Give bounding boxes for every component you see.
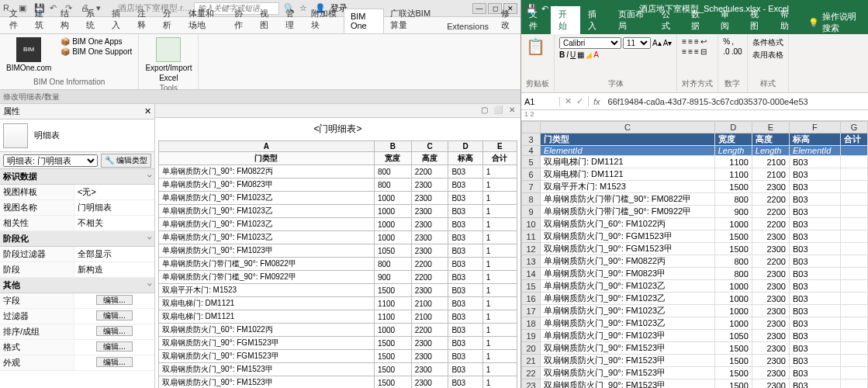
merge-icon[interactable]: ⊟ (700, 47, 707, 56)
ribbon-tab-8[interactable]: 协作 (228, 5, 254, 33)
expand-icon[interactable]: ⌵ (147, 233, 151, 244)
table-row[interactable]: 双扇钢质防火门_60°: FM1022丙10002200B031 (159, 324, 517, 337)
size-select[interactable]: 11 (623, 37, 651, 49)
property-row[interactable]: 相关性不相关 (0, 216, 154, 231)
table-row[interactable]: 单扇钢质防火门_90°: FM1023乙10002300B031 (159, 218, 517, 231)
edit-type-button[interactable]: 🔧 编辑类型 (101, 154, 151, 168)
paste-button[interactable]: 📋 (526, 37, 549, 56)
font-color-icon[interactable]: A (593, 50, 599, 59)
align-right-icon[interactable]: ≡ (694, 47, 699, 56)
excel-grid[interactable]: CDEFG3门类型宽度高度标高合计4ElementIdLengthLengthE… (521, 121, 868, 388)
table-row[interactable]: 8单扇钢质防火门带门槛_90°: FM0822甲8002200B03 (522, 193, 868, 206)
table-row[interactable]: 双扇平开木门: M152315002300B031 (159, 284, 517, 297)
table-format-button[interactable]: 表用表格 (752, 50, 783, 61)
font-select[interactable]: Calibri (559, 37, 621, 49)
table-row[interactable]: 21双扇钢质防火门_90°: FM1523甲15002300B03 (522, 355, 868, 367)
table-row[interactable]: 15单扇钢质防火门_90°: FM1023乙10002300B03 (522, 280, 868, 293)
property-row[interactable]: 阶段新构造 (0, 262, 154, 278)
cond-format-button[interactable]: 条件格式 (752, 37, 783, 48)
dec-dec-icon[interactable]: .00 (731, 47, 742, 56)
table-row[interactable]: 单扇钢质防火门_90°: FM1023甲10502300B031 (159, 244, 517, 258)
bimone-support-button[interactable]: 📦 BIM One Support (61, 47, 132, 56)
border-icon[interactable]: ▦ (577, 50, 584, 59)
percent-icon[interactable]: % (723, 37, 730, 46)
align-bot-icon[interactable]: ≡ (694, 37, 699, 46)
table-row[interactable]: 16单扇钢质防火门_90°: FM1023乙10002300B03 (522, 293, 868, 305)
col-header[interactable]: F (789, 122, 840, 133)
table-row[interactable]: 10双扇钢质防火门_60°: FM1022丙10002200B03 (522, 218, 868, 230)
table-row[interactable]: 双扇钢质防火门_90°: FM1523甲15002300B031 (159, 363, 517, 376)
bimone-apps-button[interactable]: 📦 BIM One Apps (61, 37, 132, 46)
outline-selector[interactable]: 1 2 (521, 110, 868, 121)
ribbon-tab-15[interactable]: 修改 (495, 5, 520, 33)
italic-button[interactable]: I (566, 50, 569, 59)
table-row[interactable]: 11双扇钢质防火门_90°: FGM1523甲15002300B03 (522, 230, 868, 243)
schedule-table[interactable]: ABCDE门类型宽度高度标高合计单扇钢质防火门_90°: FM0822丙8002… (158, 140, 517, 388)
table-row[interactable]: 单扇钢质防火门_90°: FM1023乙10002300B031 (159, 192, 517, 205)
table-row[interactable]: 单扇钢质防火门带门槛_90°: FM0822甲8002200B031 (159, 258, 517, 271)
table-row[interactable]: 6双扇电梯门: DM112111002100B03 (522, 168, 868, 181)
property-row[interactable]: 过滤器编辑... (0, 309, 154, 324)
ribbon-tab-1[interactable]: 建筑 (29, 5, 54, 33)
table-row[interactable]: 单扇钢质防火门_90°: FM0822丙8002200B031 (159, 165, 517, 178)
property-row[interactable]: 格式编辑... (0, 340, 154, 355)
formula-value[interactable]: 66f19484-ca0a-43d7-8915-3c67cd035370-000… (605, 97, 868, 106)
align-left-icon[interactable]: ≡ (682, 47, 686, 56)
edit-button[interactable]: 编辑... (96, 295, 132, 305)
maximize-icon[interactable]: ⬜ (493, 106, 503, 116)
col-header[interactable]: G (840, 122, 867, 133)
ribbon-tab-0[interactable]: 文件 (3, 5, 29, 33)
align-center-icon[interactable]: ≡ (688, 47, 693, 56)
excel-tab-8[interactable]: 帮助 (773, 6, 802, 34)
ribbon-tab-2[interactable]: 结构 (54, 5, 80, 33)
table-row[interactable]: 19单扇钢质防火门_90°: FM1023甲10502300B03 (522, 330, 868, 342)
excel-tab-1[interactable]: 开始 (551, 6, 580, 34)
expand-icon[interactable]: ⌵ (147, 171, 151, 182)
enter-icon[interactable]: ✓ (576, 96, 583, 106)
dec-font-icon[interactable]: A▾ (663, 39, 673, 47)
table-row[interactable]: 单扇钢质防火门_90°: FM1023乙10002300B031 (159, 231, 517, 244)
table-row[interactable]: 14单扇钢质防火门_90°: FM0823甲8002300B03 (522, 268, 868, 280)
tell-me[interactable]: 操作说明搜索 (822, 11, 862, 34)
table-row[interactable]: 单扇钢质防火门带门槛_90°: FM0922甲9002200B031 (159, 271, 517, 284)
table-row[interactable]: 18单扇钢质防火门_90°: FM1023乙10002300B03 (522, 317, 868, 330)
table-row[interactable]: 23双扇钢质防火门_90°: FM1523甲15002300B03 (522, 379, 868, 389)
table-row[interactable]: 单扇钢质防火门_90°: FM1023乙10002300B031 (159, 205, 517, 218)
edit-button[interactable]: 编辑... (96, 326, 132, 336)
table-row[interactable]: 7双扇平开木门: M152315002300B03 (522, 181, 868, 193)
wrap-icon[interactable]: ↩ (700, 37, 707, 46)
align-mid-icon[interactable]: ≡ (688, 37, 693, 46)
ribbon-tab-5[interactable]: 注释 (131, 5, 157, 33)
col-header[interactable]: D (714, 122, 752, 133)
fill-icon[interactable]: ◢ (586, 50, 592, 59)
align-top-icon[interactable]: ≡ (682, 37, 686, 46)
bold-button[interactable]: B (559, 50, 565, 59)
comma-icon[interactable]: , (731, 37, 734, 46)
table-row[interactable]: 5双扇电梯门: DM112111002100B03 (522, 156, 868, 168)
edit-button[interactable]: 编辑... (96, 310, 132, 320)
ribbon-tab-14[interactable]: Extensions (441, 19, 495, 33)
bimone-logo[interactable]: BIM (16, 37, 41, 62)
table-row[interactable]: 9单扇钢质防火门带门槛_90°: FM0922甲9002200B03 (522, 206, 868, 218)
ribbon-tab-7[interactable]: 体量和场地 (182, 5, 228, 33)
col-header[interactable]: C (541, 122, 715, 133)
close-view-icon[interactable]: ✕ (507, 106, 517, 116)
inc-font-icon[interactable]: A▴ (652, 39, 662, 47)
name-box[interactable]: A1 (521, 97, 560, 106)
table-row[interactable]: 单扇钢质防火门_90°: FM0823甲8002300B031 (159, 178, 517, 192)
table-row[interactable]: 双扇电梯门: DM112111002100B031 (159, 297, 517, 310)
excel-tab-6[interactable]: 审阅 (713, 6, 742, 34)
expand-icon[interactable]: ⌵ (147, 279, 151, 291)
table-row[interactable]: 双扇钢质防火门_90°: FGM1523甲15002300B031 (159, 337, 517, 350)
property-row[interactable]: 外观编辑... (0, 355, 154, 371)
fx-icon[interactable]: fx (589, 97, 605, 106)
ribbon-tab-10[interactable]: 管理 (279, 5, 305, 33)
property-row[interactable]: 视图样板<无> (0, 185, 154, 200)
table-row[interactable]: 17单扇钢质防火门_90°: FM1023乙10002300B03 (522, 305, 868, 317)
col-header[interactable]: E (752, 122, 789, 133)
type-selector[interactable]: 明细表: 门明细表 (3, 154, 98, 167)
ribbon-tab-12[interactable]: BIM One (344, 9, 384, 33)
ribbon-tab-3[interactable]: 系统 (80, 5, 105, 33)
excel-tab-7[interactable]: 视图 (742, 6, 772, 34)
property-row[interactable]: 字段编辑... (0, 293, 154, 309)
